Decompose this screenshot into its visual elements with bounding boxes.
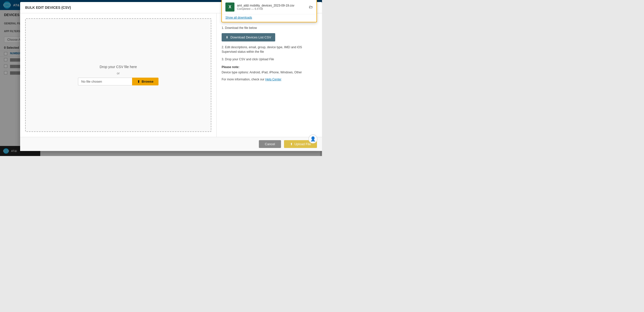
download-item: X aml_at&t mobility_devices_2023-09-19.c… [222,0,316,14]
download-devices-csv-button[interactable]: ⬇ Download Devices List CSV [222,33,275,41]
browse-button[interactable]: ⬆ Browse [132,78,158,85]
open-folder-icon[interactable]: 🗁 [309,5,313,9]
no-file-label: No file chosen [78,78,132,85]
upload-section: Drop your CSV file here or No file chose… [20,13,216,137]
upload-file-label: Upload File [294,142,311,146]
help-center-link[interactable]: Help Center [265,78,281,81]
modal-body: Drop your CSV file here or No file chose… [20,13,322,137]
cancel-button[interactable]: Cancel [259,140,281,148]
instructions-section: HOW TO BULK EDIT YOUR DEVICES 1. Downloa… [216,13,322,137]
chat-avatar-icon: 👤 [310,136,316,142]
bulk-edit-modal: BULK EDIT DEVICES (CSV) Drop your CSV fi… [20,2,322,151]
download-info: aml_at&t mobility_devices_2023-09-19.csv… [237,4,306,10]
modal-footer: Cancel ⬆ Upload File [20,137,322,151]
upload-file-icon: ⬆ [290,142,293,146]
step3-italic: Upload File [259,58,274,61]
or-text: or [117,71,120,75]
browse-label: Browse [142,80,153,83]
drop-zone-text: Drop your CSV file here [100,65,137,69]
download-filename: aml_at&t mobility_devices_2023-09-19.csv [237,4,306,7]
help-prefix: For more information, check our [222,78,265,81]
upload-icon: ⬆ [137,80,140,84]
note-text: Device type options: Android, iPad, iPho… [222,70,317,75]
step-3: 3. Drop your CSV and click Upload File [222,57,317,62]
download-btn-label: Download Devices List CSV [230,35,271,39]
help-text: For more information, check our Help Cen… [222,78,317,81]
file-input-row: No file chosen ⬆ Browse [78,78,158,85]
step-2: 2. Edit descriptions, email, group, devi… [222,45,317,54]
note-label: Please note: [222,65,239,69]
step3-text: 3. Drop your CSV and click [222,58,259,61]
excel-file-icon: X [225,3,234,12]
step-1: 1. Download the file below [222,26,317,30]
show-all-downloads-link[interactable]: Show all downloads [222,14,316,22]
drop-zone[interactable]: Drop your CSV file here or No file chose… [25,18,211,132]
download-notification-popup: X aml_at&t mobility_devices_2023-09-19.c… [221,0,317,22]
download-status: Completed — 6.9 KB [237,7,306,10]
chat-support-button[interactable]: 👤 [308,134,317,143]
download-icon: ⬇ [226,35,228,39]
